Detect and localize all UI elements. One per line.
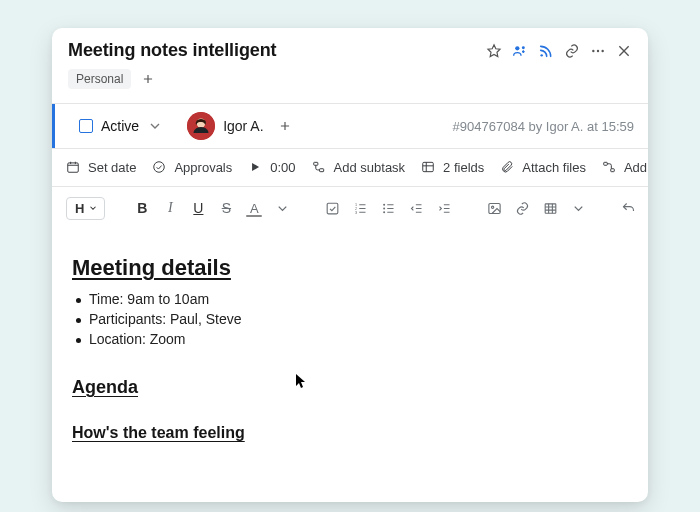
document-body[interactable]: Meeting details Time: 9am to 10am Partic…	[52, 229, 648, 442]
doc-heading-3[interactable]: How's the team feeling	[72, 424, 628, 442]
assignee-avatar[interactable]	[187, 112, 215, 140]
svg-marker-0	[488, 44, 500, 56]
bullet-list-button[interactable]	[375, 195, 401, 221]
chevron-down-icon	[147, 118, 163, 134]
page-title[interactable]: Meeting notes intelligent	[68, 40, 486, 61]
svg-rect-28	[604, 162, 608, 165]
attach-files-button[interactable]: Attach files	[500, 160, 586, 176]
status-bar: Active Igor A. #904767084 by Igor A. at …	[52, 103, 648, 149]
assignee-name[interactable]: Igor A.	[223, 118, 263, 134]
svg-rect-50	[489, 203, 500, 213]
svg-point-1	[515, 46, 519, 50]
attach-icon	[500, 160, 516, 176]
add-subtask-label: Add subtask	[334, 160, 406, 175]
svg-point-43	[383, 211, 385, 213]
fields-label: 2 fields	[443, 160, 484, 175]
people-icon[interactable]	[512, 43, 528, 59]
list-item: Location: Zoom	[72, 331, 628, 347]
secondary-toolbar: Set date Approvals 0:00 Add subtask 2 fi…	[52, 149, 648, 187]
ordered-list-button[interactable]: 123	[347, 195, 373, 221]
doc-heading-2[interactable]: Agenda	[72, 377, 628, 398]
header-actions	[486, 43, 632, 59]
status-accent	[52, 104, 55, 148]
table-chevron[interactable]	[565, 195, 591, 221]
svg-rect-31	[327, 203, 338, 214]
play-icon	[248, 160, 264, 176]
task-card: Meeting notes intelligent Personal	[52, 28, 648, 502]
card-header: Meeting notes intelligent	[52, 28, 648, 61]
svg-point-6	[592, 49, 594, 51]
timer-value: 0:00	[270, 160, 295, 175]
add-dependency-button[interactable]: Add dependency	[602, 160, 648, 176]
svg-rect-52	[545, 203, 556, 212]
svg-rect-17	[68, 162, 79, 171]
status-checkbox[interactable]	[79, 119, 93, 133]
list-item: Time: 9am to 10am	[72, 291, 628, 307]
svg-point-51	[491, 206, 493, 208]
subtask-icon	[312, 160, 328, 176]
checklist-button[interactable]	[319, 195, 345, 221]
tag-chip[interactable]: Personal	[68, 69, 131, 89]
set-date-button[interactable]: Set date	[66, 160, 136, 176]
approvals-button[interactable]: Approvals	[152, 160, 232, 176]
svg-point-41	[383, 203, 385, 205]
svg-rect-23	[313, 162, 317, 165]
doc-bullets[interactable]: Time: 9am to 10am Participants: Paul, St…	[72, 291, 628, 347]
list-group: 123	[319, 195, 457, 221]
doc-heading-1[interactable]: Meeting details	[72, 255, 628, 281]
text-color-chevron[interactable]	[269, 195, 295, 221]
link-icon[interactable]	[564, 43, 580, 59]
rss-icon[interactable]	[538, 43, 554, 59]
svg-rect-24	[319, 168, 323, 171]
status-selector[interactable]: Active	[69, 113, 173, 139]
heading-select[interactable]: H	[66, 197, 105, 220]
heading-label: H	[75, 201, 84, 216]
close-icon[interactable]	[616, 43, 632, 59]
dependency-icon	[602, 160, 618, 176]
list-item: Participants: Paul, Steve	[72, 311, 628, 327]
star-icon[interactable]	[486, 43, 502, 59]
svg-point-8	[601, 49, 603, 51]
svg-point-5	[540, 54, 542, 56]
tags-row: Personal	[52, 61, 648, 103]
insert-group	[481, 195, 591, 221]
bold-button[interactable]: B	[129, 195, 155, 221]
svg-rect-29	[611, 168, 615, 171]
richtext-toolbar: H B I U S A 123	[52, 187, 648, 229]
approvals-label: Approvals	[174, 160, 232, 175]
table-button[interactable]	[537, 195, 563, 221]
add-assignee-button[interactable]	[276, 117, 294, 135]
svg-rect-25	[423, 162, 434, 171]
indent-button[interactable]	[431, 195, 457, 221]
svg-text:3: 3	[355, 210, 357, 214]
calendar-icon	[66, 160, 82, 176]
insert-link-button[interactable]	[509, 195, 535, 221]
timer-button[interactable]: 0:00	[248, 160, 295, 176]
svg-point-7	[597, 49, 599, 51]
add-subtask-button[interactable]: Add subtask	[312, 160, 406, 176]
task-meta: #904767084 by Igor A. at 15:59	[453, 119, 634, 134]
attach-label: Attach files	[522, 160, 586, 175]
image-button[interactable]	[481, 195, 507, 221]
svg-point-42	[383, 207, 385, 209]
fields-button[interactable]: 2 fields	[421, 160, 484, 176]
underline-button[interactable]: U	[185, 195, 211, 221]
redo-button[interactable]	[643, 195, 648, 221]
italic-button[interactable]: I	[157, 195, 183, 221]
svg-marker-22	[252, 162, 259, 170]
add-dependency-label: Add dependency	[624, 160, 648, 175]
strike-button[interactable]: S	[213, 195, 239, 221]
set-date-label: Set date	[88, 160, 136, 175]
fields-icon	[421, 160, 437, 176]
svg-point-21	[154, 161, 165, 172]
history-group	[615, 195, 648, 221]
more-icon[interactable]	[590, 43, 606, 59]
approvals-icon	[152, 160, 168, 176]
outdent-button[interactable]	[403, 195, 429, 221]
text-color-button[interactable]: A	[241, 195, 267, 221]
svg-point-2	[522, 46, 525, 49]
status-label: Active	[101, 118, 139, 134]
undo-button[interactable]	[615, 195, 641, 221]
text-style-group: B I U S A	[129, 195, 295, 221]
add-tag-button[interactable]	[139, 70, 157, 88]
